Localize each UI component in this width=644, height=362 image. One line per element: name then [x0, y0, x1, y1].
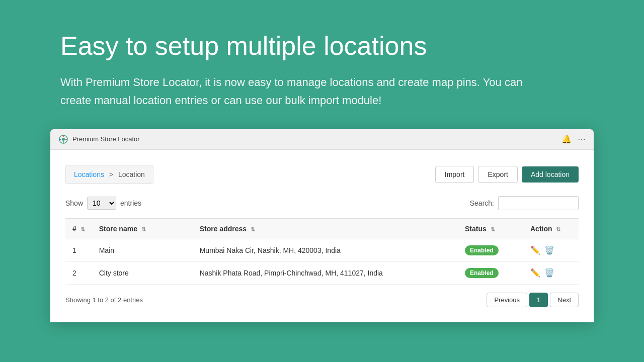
title-bar: Premium Store Locator 🔔 ⋯: [50, 129, 594, 150]
sort-icon-status: ⇅: [491, 226, 495, 233]
sort-icon-num: ⇅: [80, 226, 85, 233]
edit-icon-1[interactable]: ✏️: [530, 245, 540, 255]
breadcrumb: Locations > Location: [65, 165, 153, 184]
previous-button[interactable]: Previous: [487, 293, 527, 307]
show-label: Show: [65, 199, 83, 207]
breadcrumb-current: Location: [118, 170, 145, 178]
delete-icon-1[interactable]: 🗑️: [544, 245, 554, 255]
svg-point-1: [62, 138, 65, 141]
more-options-icon[interactable]: ⋯: [578, 134, 586, 144]
status-badge-1: Enabled: [465, 245, 499, 255]
breadcrumb-separator: >: [109, 170, 113, 178]
sort-icon-address: ⇅: [251, 226, 255, 233]
title-bar-right: 🔔 ⋯: [561, 134, 586, 144]
import-button[interactable]: Import: [435, 166, 474, 183]
table-header-row: # ⇅ Store name ⇅ Store address ⇅ Status …: [65, 218, 579, 239]
entries-select[interactable]: 10 25 50 100: [87, 197, 116, 210]
title-bar-left: Premium Store Locator: [58, 134, 140, 144]
search-input[interactable]: [498, 196, 579, 210]
hero-subtitle: With Premium Store Locator, it is now ea…: [60, 73, 553, 109]
cell-status-1: Enabled: [458, 239, 523, 261]
bell-icon[interactable]: 🔔: [561, 134, 572, 144]
show-entries: Show 10 25 50 100 entries: [65, 197, 141, 210]
app-title: Premium Store Locator: [72, 135, 140, 143]
sort-icon-action: ⇅: [556, 226, 560, 233]
search-box: Search:: [470, 196, 579, 210]
cell-num-1: 1: [65, 239, 92, 261]
cell-status-2: Enabled: [458, 261, 523, 284]
edit-icon-2[interactable]: ✏️: [530, 268, 540, 278]
showing-text: Showing 1 to 2 of 2 entries: [65, 296, 143, 304]
table-controls: Show 10 25 50 100 entries Search:: [65, 196, 579, 210]
cell-store-1: Main: [92, 239, 193, 261]
page-1-button[interactable]: 1: [529, 293, 548, 307]
cell-num-2: 2: [65, 261, 92, 284]
table-row: 2 City store Nashik Phata Road, Pimpri-C…: [65, 261, 579, 284]
col-header-status[interactable]: Status ⇅: [458, 218, 523, 239]
next-button[interactable]: Next: [550, 293, 579, 307]
app-window: Premium Store Locator 🔔 ⋯ Locations > Lo…: [50, 129, 594, 322]
cell-store-2: City store: [92, 261, 193, 284]
col-header-num[interactable]: # ⇅: [65, 218, 92, 239]
cell-address-1: Mumbai Naka Cir, Nashik, MH, 420003, Ind…: [193, 239, 458, 261]
sort-icon-store: ⇅: [141, 226, 146, 233]
cell-address-2: Nashik Phata Road, Pimpri-Chinchwad, MH,…: [193, 261, 458, 284]
col-header-store[interactable]: Store name ⇅: [92, 218, 193, 239]
export-button[interactable]: Export: [478, 166, 517, 183]
add-location-button[interactable]: Add location: [522, 166, 579, 183]
locations-table: # ⇅ Store name ⇅ Store address ⇅ Status …: [65, 218, 579, 285]
table-row: 1 Main Mumbai Naka Cir, Nashik, MH, 4200…: [65, 239, 579, 261]
cell-action-2: ✏️ 🗑️: [523, 261, 579, 284]
top-bar: Locations > Location Import Export Add l…: [65, 165, 579, 184]
app-logo-icon: [58, 134, 68, 144]
hero-title: Easy to setup multiple locations: [60, 30, 584, 61]
status-badge-2: Enabled: [465, 268, 499, 278]
action-buttons: Import Export Add location: [435, 166, 579, 183]
hero-section: Easy to setup multiple locations With Pr…: [0, 0, 644, 129]
delete-icon-2[interactable]: 🗑️: [544, 268, 554, 278]
breadcrumb-locations-link[interactable]: Locations: [74, 170, 104, 178]
entries-label: entries: [120, 199, 141, 207]
col-header-action[interactable]: Action ⇅: [523, 218, 579, 239]
pagination: Previous 1 Next: [487, 293, 579, 307]
table-footer: Showing 1 to 2 of 2 entries Previous 1 N…: [65, 293, 579, 307]
col-header-address[interactable]: Store address ⇅: [193, 218, 458, 239]
cell-action-1: ✏️ 🗑️: [523, 239, 579, 261]
app-content: Locations > Location Import Export Add l…: [50, 150, 594, 322]
search-label: Search:: [470, 199, 494, 207]
